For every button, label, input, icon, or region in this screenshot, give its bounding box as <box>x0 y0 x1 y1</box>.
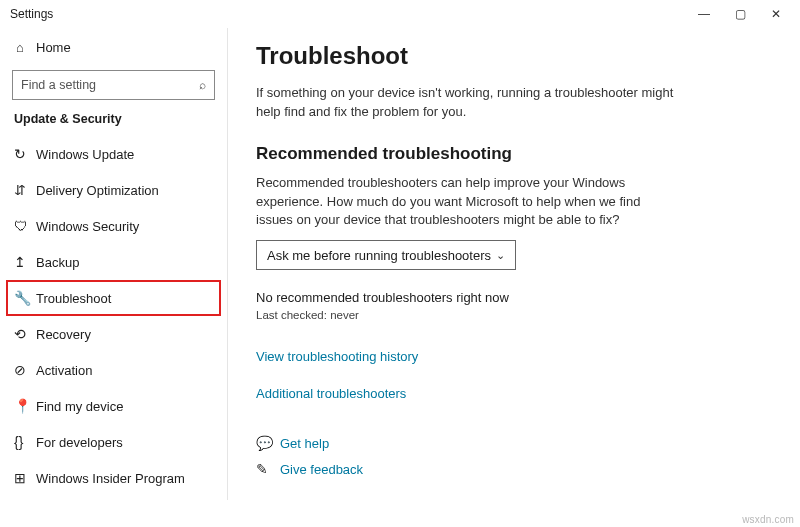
sidebar-item-label: Recovery <box>36 327 91 342</box>
watermark: wsxdn.com <box>742 514 794 525</box>
sidebar-item-activation[interactable]: ⊘ Activation <box>0 352 227 388</box>
sidebar-item-label: Find my device <box>36 399 123 414</box>
sidebar-item-label: Troubleshoot <box>36 291 111 306</box>
sidebar-item-label: Windows Insider Program <box>36 471 185 486</box>
sidebar-item-recovery[interactable]: ⟲ Recovery <box>0 316 227 352</box>
code-icon: {} <box>14 434 36 450</box>
main-panel: Troubleshoot If something on your device… <box>228 28 800 500</box>
backup-icon: ↥ <box>14 254 36 270</box>
sidebar-item-troubleshoot[interactable]: 🔧 Troubleshoot <box>0 280 227 316</box>
title-bar: Settings — ▢ ✕ <box>0 0 800 28</box>
page-lead: If something on your device isn't workin… <box>256 84 676 122</box>
troubleshoot-preference-dropdown[interactable]: Ask me before running troubleshooters ⌄ <box>256 240 516 270</box>
give-feedback-link: Give feedback <box>280 462 363 477</box>
maximize-button[interactable]: ▢ <box>722 0 758 28</box>
home-label: Home <box>36 40 71 55</box>
help-icon: 💬 <box>256 435 280 451</box>
recommended-description: Recommended troubleshooters can help imp… <box>256 174 676 231</box>
search-input[interactable]: Find a setting ⌕ <box>12 70 215 100</box>
status-text: No recommended troubleshooters right now <box>256 290 770 305</box>
additional-troubleshooters-link[interactable]: Additional troubleshooters <box>256 386 406 401</box>
network-icon: ⇵ <box>14 182 36 198</box>
minimize-button[interactable]: — <box>686 0 722 28</box>
view-history-link[interactable]: View troubleshooting history <box>256 349 418 364</box>
dropdown-value: Ask me before running troubleshooters <box>267 248 496 263</box>
window-controls: — ▢ ✕ <box>686 0 794 28</box>
last-checked-text: Last checked: never <box>256 309 770 321</box>
recommended-heading: Recommended troubleshooting <box>256 144 770 164</box>
activation-icon: ⊘ <box>14 362 36 378</box>
wrench-icon: 🔧 <box>14 290 36 306</box>
home-nav[interactable]: ⌂ Home <box>0 30 227 64</box>
sidebar-item-for-developers[interactable]: {} For developers <box>0 424 227 460</box>
insider-icon: ⊞ <box>14 470 36 486</box>
sidebar-item-find-my-device[interactable]: 📍 Find my device <box>0 388 227 424</box>
sidebar-item-label: Delivery Optimization <box>36 183 159 198</box>
page-title: Troubleshoot <box>256 42 770 70</box>
get-help-row[interactable]: 💬 Get help <box>256 435 770 451</box>
feedback-icon: ✎ <box>256 461 280 477</box>
search-icon: ⌕ <box>199 78 206 92</box>
sidebar-item-windows-update[interactable]: ↻ Windows Update <box>0 136 227 172</box>
sidebar-item-backup[interactable]: ↥ Backup <box>0 244 227 280</box>
sidebar-item-delivery-optimization[interactable]: ⇵ Delivery Optimization <box>0 172 227 208</box>
window-title: Settings <box>10 7 53 21</box>
get-help-link: Get help <box>280 436 329 451</box>
home-icon: ⌂ <box>16 40 36 55</box>
sidebar-item-label: Backup <box>36 255 79 270</box>
location-icon: 📍 <box>14 398 36 414</box>
close-button[interactable]: ✕ <box>758 0 794 28</box>
sidebar-item-label: Windows Security <box>36 219 139 234</box>
shield-icon: 🛡 <box>14 218 36 234</box>
search-placeholder: Find a setting <box>21 78 199 92</box>
sidebar-item-label: For developers <box>36 435 123 450</box>
give-feedback-row[interactable]: ✎ Give feedback <box>256 461 770 477</box>
sidebar: ⌂ Home Find a setting ⌕ Update & Securit… <box>0 28 228 500</box>
sidebar-item-label: Activation <box>36 363 92 378</box>
recovery-icon: ⟲ <box>14 326 36 342</box>
section-heading: Update & Security <box>0 110 227 136</box>
sidebar-item-label: Windows Update <box>36 147 134 162</box>
chevron-down-icon: ⌄ <box>496 249 505 262</box>
sidebar-item-windows-insider[interactable]: ⊞ Windows Insider Program <box>0 460 227 496</box>
refresh-icon: ↻ <box>14 146 36 162</box>
sidebar-item-windows-security[interactable]: 🛡 Windows Security <box>0 208 227 244</box>
